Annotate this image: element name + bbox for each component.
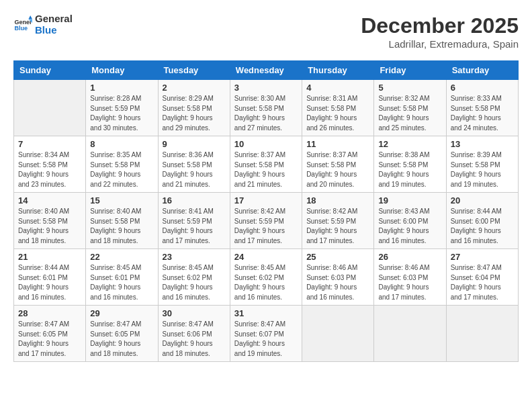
calendar-cell: 19Sunrise: 8:43 AMSunset: 6:00 PMDayligh… (374, 193, 446, 249)
day-info: Sunrise: 8:47 AMSunset: 6:04 PMDaylight:… (451, 263, 514, 302)
day-number: 26 (378, 252, 441, 262)
svg-text:Blue: Blue (14, 25, 28, 32)
header-cell-sunday: Sunday (14, 61, 86, 80)
day-info: Sunrise: 8:45 AMSunset: 6:02 PMDaylight:… (163, 263, 226, 302)
calendar-cell: 26Sunrise: 8:46 AMSunset: 6:03 PMDayligh… (374, 249, 446, 306)
logo: General Blue General Blue (13, 13, 73, 36)
day-number: 24 (234, 252, 298, 262)
header-cell-friday: Friday (374, 61, 446, 80)
calendar-cell: 29Sunrise: 8:47 AMSunset: 6:05 PMDayligh… (86, 306, 158, 362)
calendar-header-row: SundayMondayTuesdayWednesdayThursdayFrid… (14, 61, 519, 80)
day-number: 20 (451, 195, 514, 205)
calendar-cell: 20Sunrise: 8:44 AMSunset: 6:00 PMDayligh… (446, 193, 518, 249)
day-info: Sunrise: 8:47 AMSunset: 6:06 PMDaylight:… (163, 320, 226, 359)
day-info: Sunrise: 8:42 AMSunset: 5:59 PMDaylight:… (234, 207, 298, 246)
calendar-cell: 27Sunrise: 8:47 AMSunset: 6:04 PMDayligh… (446, 249, 518, 306)
calendar-cell: 5Sunrise: 8:32 AMSunset: 5:58 PMDaylight… (374, 80, 446, 136)
day-number: 27 (451, 252, 514, 262)
calendar-cell: 22Sunrise: 8:45 AMSunset: 6:01 PMDayligh… (86, 249, 158, 306)
logo-line2: Blue (35, 25, 73, 36)
day-info: Sunrise: 8:44 AMSunset: 6:01 PMDaylight:… (18, 263, 81, 302)
calendar-cell (446, 306, 518, 362)
calendar-cell: 31Sunrise: 8:47 AMSunset: 6:07 PMDayligh… (230, 306, 302, 362)
day-info: Sunrise: 8:34 AMSunset: 5:58 PMDaylight:… (18, 150, 81, 189)
calendar-cell: 28Sunrise: 8:47 AMSunset: 6:05 PMDayligh… (14, 306, 86, 362)
calendar-cell: 14Sunrise: 8:40 AMSunset: 5:58 PMDayligh… (14, 193, 86, 249)
day-info: Sunrise: 8:29 AMSunset: 5:58 PMDaylight:… (163, 94, 226, 133)
day-number: 18 (306, 195, 369, 205)
day-number: 25 (306, 252, 369, 262)
calendar-cell: 15Sunrise: 8:40 AMSunset: 5:58 PMDayligh… (86, 193, 158, 249)
day-info: Sunrise: 8:38 AMSunset: 5:58 PMDaylight:… (378, 150, 441, 189)
day-number: 9 (163, 139, 226, 149)
calendar-cell: 3Sunrise: 8:30 AMSunset: 5:58 PMDaylight… (230, 80, 302, 136)
day-number: 29 (90, 308, 153, 318)
header-cell-saturday: Saturday (446, 61, 518, 80)
calendar-cell: 7Sunrise: 8:34 AMSunset: 5:58 PMDaylight… (14, 136, 86, 193)
calendar-cell: 24Sunrise: 8:45 AMSunset: 6:02 PMDayligh… (230, 249, 302, 306)
calendar-cell: 12Sunrise: 8:38 AMSunset: 5:58 PMDayligh… (374, 136, 446, 193)
day-number: 23 (163, 252, 226, 262)
day-number: 12 (378, 139, 441, 149)
day-number: 15 (90, 195, 153, 205)
header-cell-thursday: Thursday (302, 61, 374, 80)
day-info: Sunrise: 8:30 AMSunset: 5:58 PMDaylight:… (234, 94, 298, 133)
header-cell-monday: Monday (86, 61, 158, 80)
calendar-week-row: 14Sunrise: 8:40 AMSunset: 5:58 PMDayligh… (14, 193, 519, 249)
day-info: Sunrise: 8:47 AMSunset: 6:05 PMDaylight:… (90, 320, 153, 359)
title-area: December 2025 Ladrillar, Extremadura, Sp… (361, 13, 519, 50)
calendar-cell: 23Sunrise: 8:45 AMSunset: 6:02 PMDayligh… (158, 249, 230, 306)
day-number: 4 (306, 83, 369, 93)
day-info: Sunrise: 8:46 AMSunset: 6:03 PMDaylight:… (378, 263, 441, 302)
day-number: 16 (163, 195, 226, 205)
day-info: Sunrise: 8:47 AMSunset: 6:07 PMDaylight:… (234, 320, 298, 359)
calendar-week-row: 28Sunrise: 8:47 AMSunset: 6:05 PMDayligh… (14, 306, 519, 362)
day-number: 13 (451, 139, 514, 149)
svg-marker-2 (28, 15, 32, 19)
day-info: Sunrise: 8:47 AMSunset: 6:05 PMDaylight:… (18, 320, 81, 359)
day-number: 19 (378, 195, 441, 205)
day-number: 21 (18, 252, 81, 262)
day-number: 1 (90, 83, 153, 93)
calendar-cell: 25Sunrise: 8:46 AMSunset: 6:03 PMDayligh… (302, 249, 374, 306)
day-info: Sunrise: 8:41 AMSunset: 5:59 PMDaylight:… (163, 207, 226, 246)
calendar-cell: 9Sunrise: 8:36 AMSunset: 5:58 PMDaylight… (158, 136, 230, 193)
calendar-cell: 16Sunrise: 8:41 AMSunset: 5:59 PMDayligh… (158, 193, 230, 249)
day-info: Sunrise: 8:37 AMSunset: 5:58 PMDaylight:… (234, 150, 298, 189)
day-number: 6 (451, 83, 514, 93)
day-number: 11 (306, 139, 369, 149)
day-info: Sunrise: 8:43 AMSunset: 6:00 PMDaylight:… (378, 207, 441, 246)
calendar-cell (302, 306, 374, 362)
day-number: 10 (234, 139, 298, 149)
day-info: Sunrise: 8:36 AMSunset: 5:58 PMDaylight:… (163, 150, 226, 189)
calendar-cell: 13Sunrise: 8:39 AMSunset: 5:58 PMDayligh… (446, 136, 518, 193)
day-info: Sunrise: 8:45 AMSunset: 6:01 PMDaylight:… (90, 263, 153, 302)
day-info: Sunrise: 8:39 AMSunset: 5:58 PMDaylight:… (451, 150, 514, 189)
calendar-cell (374, 306, 446, 362)
day-info: Sunrise: 8:42 AMSunset: 5:59 PMDaylight:… (306, 207, 369, 246)
calendar-week-row: 1Sunrise: 8:28 AMSunset: 5:59 PMDaylight… (14, 80, 519, 136)
calendar-cell: 4Sunrise: 8:31 AMSunset: 5:58 PMDaylight… (302, 80, 374, 136)
logo-icon: General Blue (13, 15, 32, 34)
day-number: 14 (18, 195, 81, 205)
day-number: 3 (234, 83, 298, 93)
day-info: Sunrise: 8:40 AMSunset: 5:58 PMDaylight:… (90, 207, 153, 246)
day-number: 7 (18, 139, 81, 149)
calendar-cell: 2Sunrise: 8:29 AMSunset: 5:58 PMDaylight… (158, 80, 230, 136)
calendar-cell: 30Sunrise: 8:47 AMSunset: 6:06 PMDayligh… (158, 306, 230, 362)
day-info: Sunrise: 8:28 AMSunset: 5:59 PMDaylight:… (90, 94, 153, 133)
day-info: Sunrise: 8:31 AMSunset: 5:58 PMDaylight:… (306, 94, 369, 133)
day-info: Sunrise: 8:32 AMSunset: 5:58 PMDaylight:… (378, 94, 441, 133)
logo-line1: General (35, 13, 73, 25)
day-info: Sunrise: 8:33 AMSunset: 5:58 PMDaylight:… (451, 94, 514, 133)
day-number: 5 (378, 83, 441, 93)
calendar-week-row: 21Sunrise: 8:44 AMSunset: 6:01 PMDayligh… (14, 249, 519, 306)
header: General Blue General Blue December 2025 … (13, 13, 519, 50)
calendar-cell: 8Sunrise: 8:35 AMSunset: 5:58 PMDaylight… (86, 136, 158, 193)
day-number: 28 (18, 308, 81, 318)
day-number: 8 (90, 139, 153, 149)
day-number: 2 (163, 83, 226, 93)
day-info: Sunrise: 8:35 AMSunset: 5:58 PMDaylight:… (90, 150, 153, 189)
day-number: 30 (163, 308, 226, 318)
day-number: 17 (234, 195, 298, 205)
